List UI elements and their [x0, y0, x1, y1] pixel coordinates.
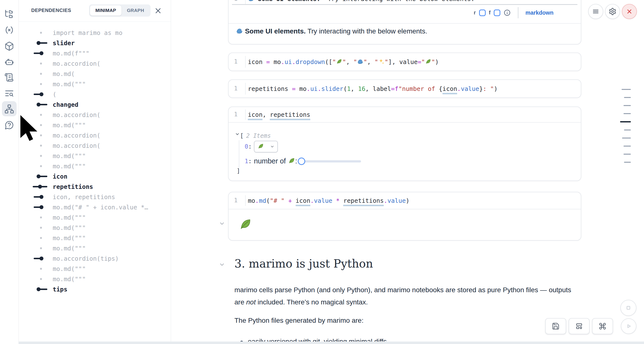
dropdown-widget[interactable]	[254, 141, 278, 152]
scroll-minimap-dash[interactable]	[622, 89, 631, 90]
f-checkbox[interactable]	[494, 10, 500, 16]
minimap-cell-label: mo.accordion(	[53, 60, 100, 67]
slider-widget-label: number of :	[254, 157, 299, 165]
code-editor[interactable]: icon = mo.ui.dropdown(["", "", ""], valu…	[248, 53, 439, 71]
output-divider	[228, 209, 581, 209]
minimap-row[interactable]: mo.md("""	[19, 233, 170, 243]
info-icon[interactable]	[504, 9, 511, 16]
scroll-logs-icon[interactable]	[4, 73, 14, 82]
scroll-minimap-dash[interactable]	[624, 146, 631, 147]
minimap-row[interactable]: mo.accordion(tips)	[19, 253, 170, 264]
minimap-row[interactable]: changed	[19, 99, 170, 110]
package-icon[interactable]	[4, 41, 14, 51]
minimap-cell-label: mo.md("""	[53, 245, 86, 252]
minimap-row[interactable]: mo.md("""	[19, 274, 170, 284]
scroll-minimap-dash[interactable]	[624, 162, 631, 163]
minimap-row[interactable]: mo.md(f"""	[19, 48, 170, 58]
cell-edge-marker	[33, 89, 57, 99]
minimap-row[interactable]: mo.md("""	[19, 243, 170, 253]
scroll-minimap-dash[interactable]	[624, 113, 631, 114]
cell-edge-marker	[33, 99, 57, 110]
slider-track[interactable]	[298, 160, 361, 162]
collapse-chevron-icon[interactable]	[235, 132, 240, 137]
dependencies-panel: DEPENDENCIES MINIMAPGRAPH import marimo …	[19, 0, 171, 344]
cell-edge-marker	[33, 79, 57, 89]
cell-edge-marker	[33, 38, 57, 48]
code-editor[interactable]: 1 mo.md("# " + icon.value * repetitions.…	[228, 192, 581, 209]
slider-knob[interactable]	[298, 157, 305, 165]
dependency-graph-icon[interactable]	[4, 104, 14, 114]
minimap-cell-label: mo.accordion(	[53, 132, 100, 139]
r-checkbox[interactable]	[479, 10, 486, 16]
minimap-row[interactable]: mo.md("""	[19, 151, 170, 161]
line-number: 1	[234, 85, 238, 92]
scroll-minimap-dash[interactable]	[624, 129, 631, 130]
view-tab[interactable]: GRAPH	[122, 5, 150, 16]
output-collapse-chevron[interactable]	[219, 220, 225, 227]
minimap-row[interactable]: mo.accordion(	[19, 140, 170, 151]
section-collapse-chevron[interactable]	[219, 261, 225, 268]
minimap-row[interactable]: mo.md("""	[19, 264, 170, 274]
gutter-separator	[245, 56, 246, 68]
bottom-border	[19, 341, 644, 344]
minimap-row[interactable]: mo.accordion(	[19, 130, 170, 140]
minimap-cell-label: mo.md("""	[53, 235, 86, 242]
tree-item-count: 2 Items	[246, 132, 271, 139]
minimap-row[interactable]: mo.accordion(	[19, 58, 170, 69]
minimap-row[interactable]: import marimo as mo	[19, 28, 170, 38]
minimap-row[interactable]: icon	[19, 171, 170, 182]
scroll-minimap-dash[interactable]	[622, 137, 631, 138]
view-tab[interactable]: MINIMAP	[90, 5, 122, 16]
paragraph-line: marimo cells parse Python (and only Pyth…	[234, 284, 571, 296]
save-button[interactable]	[545, 318, 566, 334]
minimap-cell-label: icon, repetitions	[53, 194, 115, 201]
scroll-minimap-dash[interactable]	[620, 121, 631, 122]
scroll-minimap-dash[interactable]	[624, 97, 631, 98]
scroll-minimap-dash[interactable]	[624, 154, 631, 155]
minimap-row[interactable]: repetitions	[19, 182, 170, 192]
ai-assistant-icon[interactable]	[4, 57, 14, 67]
gutter-separator	[245, 195, 246, 206]
file-tree-icon[interactable]	[4, 9, 14, 19]
menu-button[interactable]	[588, 4, 603, 19]
minimap-row[interactable]: icon, repetitions	[19, 192, 170, 202]
minimap-cell-label: import marimo as mo	[53, 29, 122, 36]
help-icon[interactable]	[4, 120, 14, 130]
code-editor[interactable]: 1 Some UI elements. Try interacting with…	[228, 0, 581, 4]
close-panel-icon[interactable]	[154, 7, 162, 15]
run-button[interactable]	[621, 318, 636, 334]
language-link[interactable]: markdown	[526, 10, 554, 16]
shutdown-button[interactable]	[622, 4, 637, 19]
settings-button[interactable]	[605, 4, 620, 19]
cell-edge-marker	[33, 243, 57, 253]
minimap-row[interactable]: mo.md("""	[19, 212, 170, 223]
minimap-cell-label: mo.md("""	[53, 122, 86, 129]
line-number: 1	[234, 58, 238, 65]
command-palette-button[interactable]	[592, 318, 613, 334]
minimap-row[interactable]: mo.accordion(	[19, 110, 170, 120]
code-editor[interactable]: repetitions = mo.ui.slider(1, 16, label=…	[248, 80, 498, 97]
gutter-separator	[245, 109, 246, 120]
outline-search-icon[interactable]	[4, 88, 14, 98]
minimap-row[interactable]: mo.md("""	[19, 223, 170, 233]
minimap-row[interactable]: (	[19, 89, 170, 99]
section-paragraph-2: The Python files generated by marimo are…	[234, 317, 364, 324]
cell-edge-marker	[33, 182, 57, 192]
variables-icon[interactable]	[4, 25, 14, 35]
minimap-row[interactable]: mo.md("""	[19, 120, 170, 130]
minimap-row[interactable]: mo.md(	[19, 69, 170, 79]
minimap-row[interactable]: slider	[19, 38, 170, 48]
minimap-row[interactable]: mo.md("""	[19, 161, 170, 171]
dropdown-value	[257, 143, 264, 150]
minimap-row[interactable]: mo.md("# " + icon.value *…	[19, 202, 170, 212]
stop-button[interactable]	[620, 300, 636, 316]
minimap-row[interactable]: tips	[19, 284, 170, 294]
cell-edge-marker	[33, 212, 57, 223]
scroll-minimap-dash[interactable]	[624, 105, 631, 106]
layout-button[interactable]	[568, 318, 590, 334]
cell-edge-marker	[33, 202, 57, 212]
code-editor[interactable]: 1 icon, repetitions	[228, 107, 581, 122]
cell-edge-marker	[33, 161, 57, 171]
markdown-cell: 1 Some UI elements. Try interacting with…	[228, 0, 581, 45]
minimap-row[interactable]: mo.md("""	[19, 79, 170, 89]
